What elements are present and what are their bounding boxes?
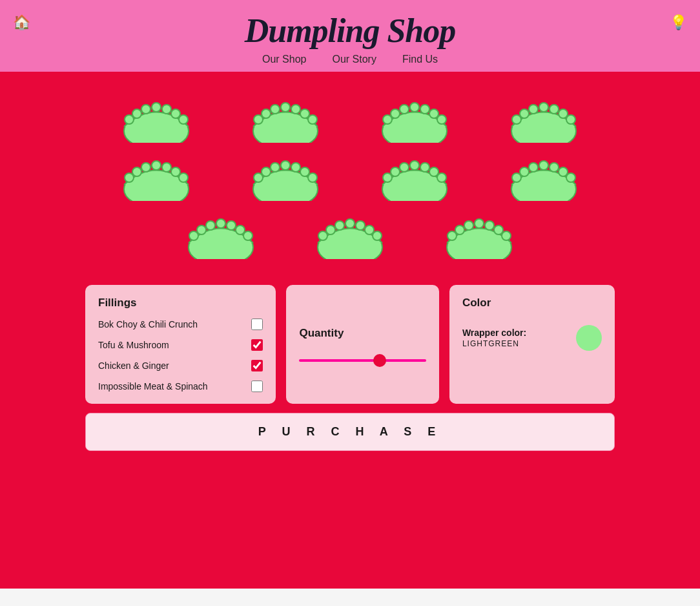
svg-point-29 xyxy=(550,105,559,114)
dumpling-row-3 xyxy=(182,207,518,259)
dumpling xyxy=(247,91,324,143)
quantity-slider[interactable] xyxy=(299,359,426,362)
svg-point-49 xyxy=(383,173,392,182)
quantity-panel: Quantity xyxy=(286,285,438,404)
svg-point-3 xyxy=(141,105,150,114)
svg-point-19 xyxy=(400,105,409,114)
svg-point-4 xyxy=(152,103,161,112)
svg-point-27 xyxy=(529,105,538,114)
quantity-slider-container xyxy=(299,359,426,362)
dumpling xyxy=(376,91,453,143)
svg-point-1 xyxy=(125,115,134,124)
svg-point-63 xyxy=(566,173,575,182)
svg-point-81 xyxy=(448,231,457,240)
svg-point-84 xyxy=(475,219,484,228)
filling-label-4: Impossible Meat & Spinach xyxy=(98,381,208,392)
fillings-panel: Fillings Bok Choy & Chili Crunch Tofu & … xyxy=(85,285,276,404)
main-nav: Our Shop Our Story Find Us xyxy=(262,54,438,65)
filling-item-1: Bok Choy & Chili Crunch xyxy=(98,319,263,330)
color-title: Color xyxy=(462,297,602,309)
svg-point-23 xyxy=(437,115,446,124)
color-swatch[interactable] xyxy=(576,325,602,351)
svg-point-57 xyxy=(512,173,521,182)
svg-point-12 xyxy=(281,103,290,112)
dumpling xyxy=(247,149,324,201)
home-icon[interactable]: 🏠 xyxy=(13,14,30,31)
filling-checkbox-1[interactable] xyxy=(251,319,263,330)
svg-point-10 xyxy=(262,109,271,118)
wrapper-color-label: Wrapper color: xyxy=(462,328,526,338)
svg-point-31 xyxy=(566,115,575,124)
svg-point-55 xyxy=(437,173,446,182)
svg-point-59 xyxy=(529,163,538,172)
svg-point-61 xyxy=(550,163,559,172)
svg-point-7 xyxy=(179,115,188,124)
svg-point-11 xyxy=(271,105,280,114)
filling-label-3: Chicken & Ginger xyxy=(98,360,169,371)
dumpling xyxy=(118,149,195,201)
filling-label-2: Tofu & Mushroom xyxy=(98,340,169,350)
svg-point-83 xyxy=(464,221,473,230)
svg-point-58 xyxy=(520,167,529,176)
dumpling xyxy=(440,207,518,259)
svg-point-76 xyxy=(345,219,355,228)
svg-point-74 xyxy=(326,225,335,235)
svg-point-35 xyxy=(141,163,150,172)
svg-point-71 xyxy=(243,231,252,240)
purchase-button[interactable]: P U R C H A S E xyxy=(85,413,615,451)
svg-point-78 xyxy=(365,225,374,235)
svg-point-44 xyxy=(281,161,290,170)
svg-point-50 xyxy=(391,167,400,176)
svg-point-34 xyxy=(132,167,141,176)
dumpling xyxy=(505,91,582,143)
svg-point-21 xyxy=(420,105,429,114)
svg-point-53 xyxy=(420,163,429,172)
svg-point-67 xyxy=(206,221,215,230)
svg-point-36 xyxy=(152,161,161,170)
svg-point-47 xyxy=(308,173,317,182)
nav-our-story[interactable]: Our Story xyxy=(332,54,376,65)
filling-checkbox-3[interactable] xyxy=(251,360,263,371)
header: 🏠 💡 Dumpling Shop Our Shop Our Story Fin… xyxy=(0,0,700,72)
svg-point-33 xyxy=(125,173,134,182)
svg-point-69 xyxy=(227,221,236,230)
filling-item-3: Chicken & Ginger xyxy=(98,360,263,371)
svg-point-79 xyxy=(373,231,382,240)
color-panel: Color Wrapper color: LIGHTGREEN xyxy=(449,285,615,404)
dumpling xyxy=(505,149,582,201)
nav-our-shop[interactable]: Our Shop xyxy=(262,54,306,65)
dumpling-row-1 xyxy=(118,91,582,143)
svg-point-65 xyxy=(189,231,198,240)
svg-point-75 xyxy=(335,221,344,230)
settings-icon[interactable]: 💡 xyxy=(670,14,687,31)
svg-point-14 xyxy=(300,109,309,118)
svg-point-66 xyxy=(197,225,206,235)
filling-label-1: Bok Choy & Chili Crunch xyxy=(98,319,198,329)
svg-point-68 xyxy=(216,219,225,228)
svg-point-22 xyxy=(429,109,438,118)
svg-point-52 xyxy=(410,161,419,170)
page-title: Dumpling Shop xyxy=(245,12,456,50)
svg-point-13 xyxy=(291,105,300,114)
color-label-group: Wrapper color: LIGHTGREEN xyxy=(462,328,526,348)
svg-point-70 xyxy=(236,225,245,235)
nav-find-us[interactable]: Find Us xyxy=(402,54,438,65)
svg-point-42 xyxy=(262,167,271,176)
main-content: Fillings Bok Choy & Chili Crunch Tofu & … xyxy=(0,72,700,589)
svg-point-87 xyxy=(502,231,511,240)
svg-point-18 xyxy=(391,109,400,118)
svg-point-73 xyxy=(318,231,327,240)
svg-point-26 xyxy=(520,109,529,118)
svg-point-86 xyxy=(494,225,503,235)
dumpling xyxy=(376,149,453,201)
filling-checkbox-4[interactable] xyxy=(251,381,263,392)
svg-point-5 xyxy=(162,105,171,114)
svg-point-46 xyxy=(300,167,309,176)
dumpling xyxy=(182,207,260,259)
svg-point-43 xyxy=(271,163,280,172)
filling-checkbox-2[interactable] xyxy=(251,339,263,351)
svg-point-39 xyxy=(179,173,188,182)
svg-point-20 xyxy=(410,103,419,112)
svg-point-17 xyxy=(383,115,392,124)
svg-point-51 xyxy=(400,163,409,172)
